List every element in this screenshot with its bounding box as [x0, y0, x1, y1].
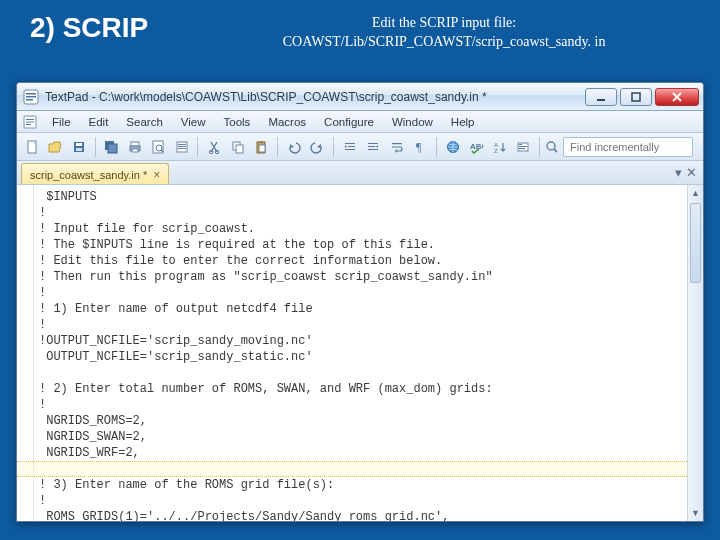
svg-rect-1	[26, 93, 36, 95]
textpad-window: TextPad - C:\work\models\COAWST\Lib\SCRI…	[16, 82, 704, 522]
svg-rect-48	[519, 148, 525, 149]
svg-rect-47	[519, 146, 527, 147]
toolbar-separator	[333, 137, 334, 157]
code-line[interactable]: !	[39, 285, 685, 301]
wordwrap-button[interactable]	[386, 136, 408, 158]
menu-help[interactable]: Help	[442, 114, 484, 130]
svg-rect-15	[108, 144, 117, 153]
toolbar-separator	[539, 137, 540, 157]
spellcheck-button[interactable]: ABC	[465, 136, 487, 158]
paste-button[interactable]	[250, 136, 272, 158]
menu-edit[interactable]: Edit	[80, 114, 118, 130]
scroll-down-icon[interactable]: ▼	[688, 505, 703, 521]
copy-button[interactable]	[227, 136, 249, 158]
svg-rect-2	[26, 96, 36, 98]
editor-area[interactable]: $INPUTS!! Input file for scrip_coawst.! …	[17, 185, 703, 521]
svg-rect-16	[131, 142, 139, 146]
code-line[interactable]	[39, 365, 685, 381]
menu-file[interactable]: File	[43, 114, 80, 130]
code-line[interactable]: !	[39, 493, 685, 509]
svg-rect-13	[76, 148, 82, 151]
code-line[interactable]: NGRIDS_WRF=2,	[39, 445, 685, 461]
code-line[interactable]: ! Input file for scrip_coawst.	[39, 221, 685, 237]
scroll-up-icon[interactable]: ▲	[688, 185, 703, 201]
panel-menu-icon[interactable]: ▾ ✕	[675, 165, 697, 180]
svg-rect-29	[236, 145, 243, 153]
menu-configure[interactable]: Configure	[315, 114, 383, 130]
macros-button[interactable]	[512, 136, 534, 158]
tab-close-icon[interactable]: ×	[153, 168, 160, 182]
menu-window[interactable]: Window	[383, 114, 442, 130]
menu-view[interactable]: View	[172, 114, 215, 130]
menu-tools[interactable]: Tools	[215, 114, 260, 130]
slide-caption-line1: Edit the SCRIP input file:	[188, 14, 700, 33]
toolbar-separator	[277, 137, 278, 157]
textpad-app-icon	[23, 89, 39, 105]
print-preview-button[interactable]	[147, 136, 169, 158]
cut-button[interactable]	[203, 136, 225, 158]
svg-rect-5	[632, 93, 640, 101]
menubar: File Edit Search View Tools Macros Confi…	[17, 111, 703, 133]
show-paragraph-button[interactable]: ¶	[409, 136, 431, 158]
svg-text:Z: Z	[494, 148, 498, 154]
svg-text:¶: ¶	[416, 140, 422, 154]
print-button[interactable]	[124, 136, 146, 158]
svg-rect-39	[392, 143, 402, 144]
svg-rect-3	[26, 99, 33, 101]
svg-rect-38	[368, 149, 378, 150]
titlebar[interactable]: TextPad - C:\work\models\COAWST\Lib\SCRI…	[17, 83, 703, 111]
indent-button[interactable]	[339, 136, 361, 158]
code-line[interactable]: !	[39, 397, 685, 413]
code-line[interactable]: NGRIDS_SWAN=2,	[39, 429, 685, 445]
code-line[interactable]: ! 3) Enter name of the ROMS grid file(s)…	[39, 477, 685, 493]
svg-rect-24	[178, 146, 186, 147]
code-content[interactable]: $INPUTS!! Input file for scrip_coawst.! …	[39, 189, 685, 521]
code-line[interactable]: NGRIDS_ROMS=2,	[39, 413, 685, 429]
vertical-scrollbar[interactable]: ▲ ▼	[687, 185, 703, 521]
code-line[interactable]: ! 2) Enter total number of ROMS, SWAN, a…	[39, 381, 685, 397]
document-tab[interactable]: scrip_coawst_sandy.in * ×	[21, 163, 169, 184]
menu-macros[interactable]: Macros	[259, 114, 315, 130]
svg-rect-46	[519, 144, 522, 145]
code-line[interactable]: !	[39, 205, 685, 221]
code-line[interactable]: $INPUTS	[39, 189, 685, 205]
close-button[interactable]	[655, 88, 699, 106]
save-all-button[interactable]	[100, 136, 122, 158]
undo-button[interactable]	[283, 136, 305, 158]
web-button[interactable]	[442, 136, 464, 158]
svg-rect-31	[259, 141, 263, 143]
code-line[interactable]: ! Edit this file to enter the correct in…	[39, 253, 685, 269]
window-title: TextPad - C:\work\models\COAWST\Lib\SCRI…	[45, 90, 585, 104]
code-line[interactable]: ROMS_GRIDS(1)='../../Projects/Sandy/Sand…	[39, 509, 685, 521]
properties-button[interactable]	[171, 136, 193, 158]
code-line[interactable]: ! The $INPUTS line is required at the to…	[39, 237, 685, 253]
system-menu-icon[interactable]	[23, 115, 37, 129]
maximize-button[interactable]	[620, 88, 652, 106]
code-line[interactable]	[39, 461, 685, 477]
svg-rect-12	[76, 143, 82, 146]
slide-caption-line2: COAWST/Lib/SCRIP_COAWST/scrip_coawst_san…	[188, 33, 700, 52]
svg-rect-32	[259, 145, 265, 152]
minimize-button[interactable]	[585, 88, 617, 106]
outdent-button[interactable]	[362, 136, 384, 158]
menu-search[interactable]: Search	[117, 114, 171, 130]
new-file-button[interactable]	[21, 136, 43, 158]
open-file-button[interactable]	[45, 136, 67, 158]
slide-title: 2) SCRIP	[30, 12, 148, 44]
svg-rect-37	[368, 146, 375, 147]
code-line[interactable]: ! 1) Enter name of output netcdf4 file	[39, 301, 685, 317]
svg-rect-25	[178, 148, 186, 149]
svg-rect-18	[132, 149, 138, 152]
svg-rect-7	[26, 119, 34, 120]
save-button[interactable]	[68, 136, 90, 158]
redo-button[interactable]	[306, 136, 328, 158]
code-line[interactable]: !	[39, 317, 685, 333]
code-line[interactable]: ! Then run this program as "scrip_coawst…	[39, 269, 685, 285]
code-line[interactable]: OUTPUT_NCFILE='scrip_sandy_static.nc'	[39, 349, 685, 365]
scroll-thumb[interactable]	[690, 203, 701, 283]
sort-asc-button[interactable]: AZ	[489, 136, 511, 158]
svg-rect-36	[368, 143, 378, 144]
code-line[interactable]: !OUTPUT_NCFILE='scrip_sandy_moving.nc'	[39, 333, 685, 349]
find-input[interactable]	[563, 137, 693, 157]
svg-point-49	[547, 142, 555, 150]
